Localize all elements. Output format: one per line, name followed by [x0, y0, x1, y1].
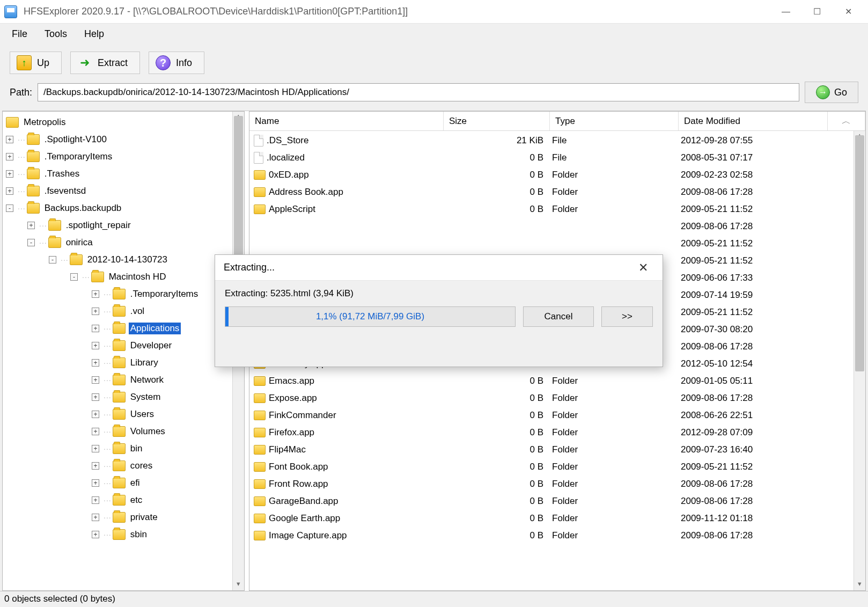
- maximize-button[interactable]: ☐: [801, 2, 833, 21]
- tree-item[interactable]: +···Network: [3, 371, 232, 389]
- tree-item[interactable]: +···.Trashes: [3, 165, 232, 182]
- tree-item[interactable]: -···Backups.backupdb: [3, 200, 232, 217]
- path-input[interactable]: [38, 83, 799, 101]
- expander-icon[interactable]: +: [92, 325, 99, 332]
- table-row[interactable]: Expose.app0 BFolder2009-08-06 17:28: [249, 390, 865, 407]
- dialog-close-button[interactable]: ✕: [632, 261, 654, 275]
- info-button[interactable]: ? Info: [149, 52, 204, 74]
- expander-icon[interactable]: +: [6, 136, 13, 143]
- table-row[interactable]: AppleScript0 BFolder2009-05-21 11:52: [249, 201, 865, 218]
- tree-connector: ···: [102, 410, 113, 419]
- scroll-down-icon[interactable]: ▾: [854, 580, 865, 590]
- tree-item[interactable]: +···Developer: [3, 337, 232, 354]
- tree-item[interactable]: +···.TemporaryItems: [3, 286, 232, 303]
- expander-icon[interactable]: -: [49, 256, 56, 264]
- menu-help[interactable]: Help: [77, 25, 112, 43]
- expander-icon[interactable]: +: [6, 170, 13, 178]
- tree-item[interactable]: +···Volumes: [3, 423, 232, 440]
- tree-item[interactable]: +···.Spotlight-V100: [3, 131, 232, 148]
- expander-icon[interactable]: +: [27, 222, 35, 229]
- expander-icon[interactable]: +: [92, 376, 99, 384]
- expander-icon[interactable]: +: [92, 342, 99, 349]
- table-row[interactable]: FinkCommander0 BFolder2008-06-26 22:51: [249, 407, 865, 424]
- tree-item[interactable]: +···efi: [3, 474, 232, 492]
- tree-item[interactable]: -···2012-10-14-130723: [3, 251, 232, 268]
- expander-icon[interactable]: +: [92, 445, 99, 452]
- expander-icon[interactable]: +: [92, 531, 99, 538]
- table-row[interactable]: 2009-08-06 17:28: [249, 218, 865, 235]
- scroll-thumb[interactable]: [855, 135, 864, 371]
- up-button[interactable]: ↑ Up: [10, 52, 62, 74]
- tree-label: Macintosh HD: [107, 271, 168, 283]
- tree-item[interactable]: -···onirica: [3, 234, 232, 251]
- tree-item[interactable]: +···bin: [3, 440, 232, 457]
- col-sort-indicator[interactable]: ︿: [828, 112, 865, 130]
- expander-icon[interactable]: +: [92, 290, 99, 298]
- tree-item[interactable]: +···private: [3, 509, 232, 526]
- table-row[interactable]: Emacs.app0 BFolder2009-01-05 05:11: [249, 372, 865, 390]
- expander-icon[interactable]: +: [92, 514, 99, 521]
- scroll-down-icon[interactable]: ▾: [233, 580, 244, 590]
- tree-item[interactable]: +···cores: [3, 457, 232, 474]
- col-name[interactable]: Name: [249, 112, 444, 130]
- list-scrollbar[interactable]: ▴ ▾: [854, 131, 865, 590]
- expander-icon[interactable]: +: [92, 462, 99, 470]
- close-button[interactable]: ✕: [833, 2, 864, 21]
- expander-icon[interactable]: +: [92, 428, 99, 435]
- minimize-button[interactable]: —: [770, 2, 801, 21]
- table-row[interactable]: GarageBand.app0 BFolder2009-08-06 17:28: [249, 493, 865, 510]
- expander-icon[interactable]: +: [92, 393, 99, 401]
- table-row[interactable]: Firefox.app0 BFolder2012-09-28 07:09: [249, 424, 865, 441]
- table-row[interactable]: Google Earth.app0 BFolder2009-11-12 01:1…: [249, 510, 865, 527]
- file-date: 2009-07-30 08:20: [679, 324, 828, 335]
- folder-icon: [254, 187, 266, 197]
- menu-tools[interactable]: Tools: [37, 25, 75, 43]
- tree-item[interactable]: +···Library: [3, 354, 232, 371]
- table-row[interactable]: Image Capture.app0 BFolder2009-08-06 17:…: [249, 527, 865, 544]
- expander-icon[interactable]: +: [6, 187, 13, 195]
- scroll-thumb[interactable]: [234, 116, 243, 255]
- tree-scroll[interactable]: Metropolis+···.Spotlight-V100+···.Tempor…: [3, 112, 232, 590]
- tree-item[interactable]: +···.spotlight_repair: [3, 217, 232, 234]
- file-type: Folder: [550, 479, 679, 489]
- table-row[interactable]: Address Book.app0 BFolder2009-08-06 17:2…: [249, 184, 865, 201]
- col-type[interactable]: Type: [550, 112, 679, 130]
- tree-item[interactable]: +···.fseventsd: [3, 182, 232, 200]
- expander-icon[interactable]: -: [6, 204, 13, 212]
- expander-icon[interactable]: -: [70, 273, 78, 281]
- tree-root[interactable]: Metropolis: [3, 114, 232, 131]
- expander-icon[interactable]: +: [92, 496, 99, 504]
- table-row[interactable]: Font Book.app0 BFolder2009-05-21 11:52: [249, 458, 865, 476]
- tree-item[interactable]: +···System: [3, 389, 232, 406]
- cancel-button[interactable]: Cancel: [523, 306, 594, 327]
- folder-icon: [113, 512, 126, 523]
- menu-file[interactable]: File: [4, 25, 35, 43]
- table-row[interactable]: Flip4Mac0 BFolder2009-07-23 16:40: [249, 441, 865, 458]
- expander-icon[interactable]: -: [27, 239, 35, 246]
- tree-item[interactable]: +···.TemporaryItems: [3, 148, 232, 165]
- table-row[interactable]: 0xED.app0 BFolder2009-02-23 02:58: [249, 166, 865, 184]
- table-row[interactable]: .DS_Store21 KiBFile2012-09-28 07:55: [249, 132, 865, 149]
- col-size[interactable]: Size: [444, 112, 550, 130]
- col-date[interactable]: Date Modified: [679, 112, 828, 130]
- table-row[interactable]: Front Row.app0 BFolder2009-08-06 17:28: [249, 476, 865, 493]
- expander-icon[interactable]: +: [92, 411, 99, 418]
- file-name: FinkCommander: [269, 410, 336, 421]
- expander-icon[interactable]: +: [92, 359, 99, 367]
- tree-item[interactable]: +···etc: [3, 492, 232, 509]
- go-label: Go: [834, 87, 847, 98]
- tree-item[interactable]: +···Applications: [3, 320, 232, 337]
- table-row[interactable]: 2009-05-21 11:52: [249, 235, 865, 252]
- tree-item[interactable]: +···sbin: [3, 526, 232, 543]
- tree-item[interactable]: -···Macintosh HD: [3, 268, 232, 286]
- extract-dialog: Extracting... ✕ Extracting: 5235.html (3…: [215, 254, 663, 367]
- tree-item[interactable]: +···Users: [3, 406, 232, 423]
- expander-icon[interactable]: +: [6, 153, 13, 160]
- table-row[interactable]: .localized0 BFile2008-05-31 07:17: [249, 149, 865, 166]
- expander-icon[interactable]: +: [92, 308, 99, 315]
- go-button[interactable]: → Go: [805, 82, 858, 103]
- expand-button[interactable]: >>: [601, 306, 653, 327]
- expander-icon[interactable]: +: [92, 479, 99, 487]
- extract-button[interactable]: ➜ Extract: [70, 52, 140, 74]
- tree-item[interactable]: +···.vol: [3, 303, 232, 320]
